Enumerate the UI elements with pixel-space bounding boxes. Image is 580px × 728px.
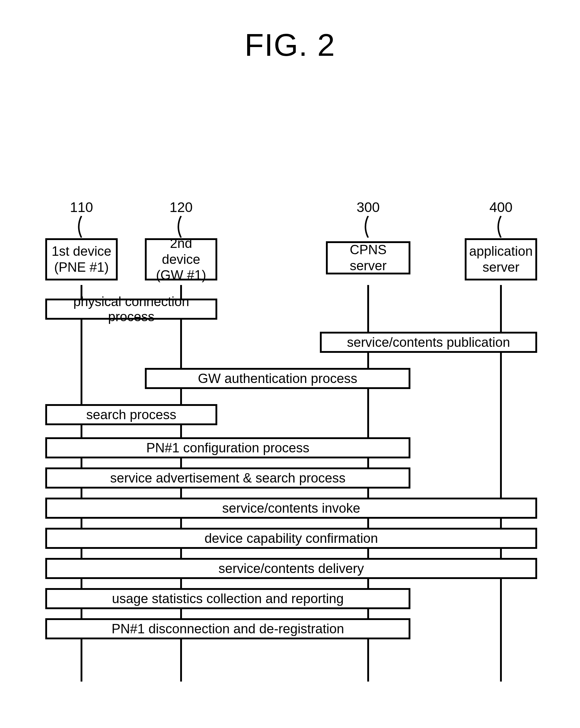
step-pn1-disconnect: PN#1 disconnection and de-registration xyxy=(45,618,410,639)
tick-icon xyxy=(175,216,187,234)
step-label: service/contents delivery xyxy=(219,561,364,576)
actor-cpns: CPNS server xyxy=(326,241,410,275)
step-label: device capability confirmation xyxy=(205,531,378,546)
step-label: service/contents invoke xyxy=(222,501,360,516)
step-label: PN#1 configuration process xyxy=(146,440,310,456)
step-label: usage statistics collection and reportin… xyxy=(112,591,344,606)
step-device-capability: device capability confirmation xyxy=(45,528,537,549)
step-label: PN#1 disconnection and de-registration xyxy=(112,621,344,636)
step-label: service/contents publication xyxy=(347,335,510,350)
actor-label: CPNS server xyxy=(330,242,406,274)
step-service-adv-search: service advertisement & search process xyxy=(45,467,410,489)
actor-label: 2nd device xyxy=(162,236,200,267)
step-service-delivery: service/contents delivery xyxy=(45,558,537,579)
step-gw-auth: GW authentication process xyxy=(145,368,410,389)
ref-num-400: 400 xyxy=(489,199,513,215)
ref-num-300: 300 xyxy=(356,199,380,215)
actor-label: 1st device xyxy=(52,244,111,258)
step-label: service advertisement & search process xyxy=(110,470,346,486)
actor-pne1: 1st device (PNE #1) xyxy=(45,238,118,281)
tick-icon xyxy=(75,216,87,234)
figure-title: FIG. 2 xyxy=(0,27,580,63)
actor-label: (GW #1) xyxy=(156,267,206,282)
step-search: search process xyxy=(45,404,217,425)
step-usage-stats: usage statistics collection and reportin… xyxy=(45,588,410,609)
tick-icon xyxy=(362,216,374,234)
step-label: GW authentication process xyxy=(198,371,357,386)
actor-gw1: 2nd device (GW #1) xyxy=(145,238,217,281)
ref-num-120: 120 xyxy=(169,199,193,215)
step-service-publication: service/contents publication xyxy=(320,332,537,353)
step-physical-connection: physical connection process xyxy=(45,298,217,320)
step-label: search process xyxy=(86,407,176,422)
actor-label: server xyxy=(482,260,519,275)
sequence-diagram: 110 120 300 400 1st device (PNE #1) 2nd … xyxy=(48,199,543,681)
step-label: physical connection process xyxy=(51,294,212,324)
tick-icon xyxy=(495,216,507,234)
step-pn1-config: PN#1 configuration process xyxy=(45,437,410,459)
actor-label: (PNE #1) xyxy=(54,260,109,275)
actor-app-server: application server xyxy=(465,238,537,281)
ref-num-110: 110 xyxy=(69,199,94,215)
actor-label: application xyxy=(469,244,533,258)
step-service-invoke: service/contents invoke xyxy=(45,498,537,519)
